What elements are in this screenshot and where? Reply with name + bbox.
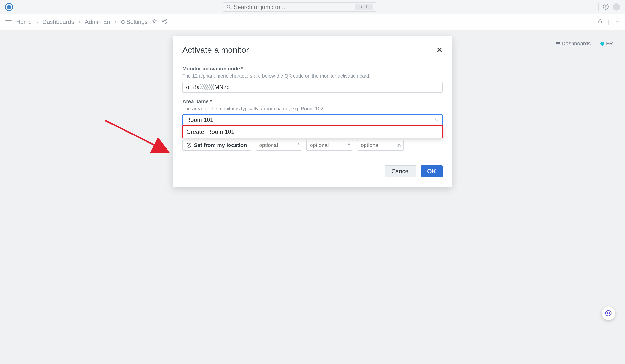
degree-unit: ° xyxy=(297,143,299,148)
menu-toggle-icon[interactable] xyxy=(5,20,12,24)
activate-monitor-modal: Activate a monitor ✕ Monitor activation … xyxy=(173,36,452,187)
svg-marker-5 xyxy=(152,19,157,23)
ok-button[interactable]: OK xyxy=(421,165,443,178)
user-avatar[interactable] xyxy=(613,3,620,11)
area-name-help: The area for the monitor is typically a … xyxy=(182,105,443,112)
search-input[interactable] xyxy=(234,4,353,10)
modal-header: Activate a monitor ✕ xyxy=(182,45,443,60)
support-chat-button[interactable] xyxy=(602,306,615,320)
svg-point-0 xyxy=(227,5,230,8)
svg-line-14 xyxy=(105,120,168,152)
list-icon xyxy=(556,42,560,45)
chevron-down-icon: ⌄ xyxy=(591,5,594,9)
search-wrapper: ctrl+k xyxy=(13,2,586,12)
svg-point-15 xyxy=(606,310,611,316)
activation-code-help: The 12 alphanumeric characters are below… xyxy=(182,72,443,79)
breadcrumb-sep: › xyxy=(78,19,80,25)
help-icon[interactable] xyxy=(602,3,609,11)
create-area-option[interactable]: Create: Room 101 xyxy=(183,126,442,138)
area-name-label: Area name * xyxy=(182,98,443,104)
meter-unit: m xyxy=(397,143,401,148)
breadcrumb-right: | xyxy=(598,19,620,25)
svg-line-10 xyxy=(164,22,165,23)
breadcrumb-bar: Home › Dashboards › Admin En › Settings … xyxy=(0,14,625,30)
activation-code-field: Monitor activation code * The 12 alphanu… xyxy=(182,66,443,92)
plus-icon: + xyxy=(586,3,590,11)
global-search[interactable]: ctrl+k xyxy=(223,2,376,12)
svg-point-16 xyxy=(607,313,608,314)
cancel-button[interactable]: Cancel xyxy=(385,165,416,178)
svg-line-1 xyxy=(230,7,231,8)
search-icon xyxy=(435,117,439,123)
page-toolbar: Dashboards FR xyxy=(556,40,615,47)
area-name-field: Area name * The area for the monitor is … xyxy=(182,98,443,125)
svg-point-4 xyxy=(605,8,606,8)
page-body: Dashboards FR Activate a monitor ✕ Monit… xyxy=(0,30,625,364)
svg-point-8 xyxy=(165,22,166,24)
svg-rect-11 xyxy=(599,21,602,23)
svg-point-7 xyxy=(162,21,164,22)
altitude-input[interactable]: m xyxy=(357,140,404,151)
shortcut-hint: ctrl+k xyxy=(355,4,373,10)
activation-code-label: Monitor activation code * xyxy=(182,66,443,71)
latitude-input[interactable]: ° xyxy=(256,140,302,151)
svg-line-9 xyxy=(164,20,165,21)
app-logo[interactable] xyxy=(5,3,13,11)
degree-unit: ° xyxy=(348,143,350,148)
breadcrumb-admin[interactable]: Admin En xyxy=(85,19,110,25)
top-right-controls: + ⌄ xyxy=(586,3,620,11)
breadcrumb-settings[interactable]: Settings xyxy=(121,19,148,25)
area-name-dropdown: Create: Room 101 xyxy=(182,125,443,138)
svg-line-13 xyxy=(438,120,438,121)
compass-icon xyxy=(187,143,191,148)
activation-code-input[interactable]: oE8aMNzc xyxy=(182,82,443,92)
breadcrumb-dashboards[interactable]: Dashboards xyxy=(42,19,74,25)
longitude-input[interactable]: ° xyxy=(306,140,353,151)
svg-point-17 xyxy=(609,313,610,314)
share-icon[interactable] xyxy=(162,19,167,25)
top-bar: ctrl+k + ⌄ xyxy=(0,0,625,14)
language-selector[interactable]: FR xyxy=(598,40,615,47)
close-icon[interactable]: ✕ xyxy=(437,46,443,54)
star-icon[interactable] xyxy=(152,19,157,25)
chevron-up-icon[interactable] xyxy=(615,19,620,25)
breadcrumb-sep: › xyxy=(36,19,38,25)
area-name-input[interactable] xyxy=(182,115,443,125)
dashboards-link[interactable]: Dashboards xyxy=(556,40,591,47)
svg-point-12 xyxy=(436,118,438,121)
gear-icon xyxy=(121,20,125,24)
breadcrumb-home[interactable]: Home xyxy=(16,19,32,25)
set-from-location-button[interactable]: Set from my location xyxy=(182,140,251,151)
modal-actions: Cancel OK xyxy=(182,165,443,178)
modal-title: Activate a monitor xyxy=(182,45,249,55)
breadcrumb-sep: › xyxy=(115,19,117,25)
redacted-chars xyxy=(200,85,214,90)
status-dot-icon xyxy=(600,42,604,46)
add-menu[interactable]: + ⌄ xyxy=(586,3,599,11)
annotation-arrow xyxy=(90,103,178,162)
svg-rect-2 xyxy=(357,6,360,8)
location-row: Set from my location ° ° m xyxy=(182,140,443,151)
search-icon xyxy=(226,4,231,10)
svg-point-6 xyxy=(165,19,166,21)
lock-icon[interactable] xyxy=(598,19,602,25)
